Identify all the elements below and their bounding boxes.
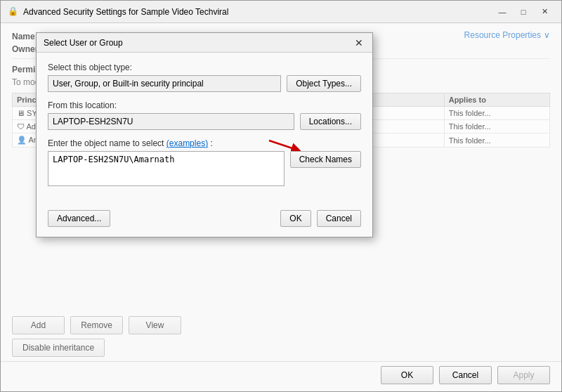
remove-button[interactable]: Remove — [70, 316, 123, 334]
check-names-button[interactable]: Check Names — [290, 151, 361, 168]
object-types-button[interactable]: Object Types... — [287, 75, 361, 92]
dialog-ok-button[interactable]: OK — [280, 210, 311, 227]
ok-button[interactable]: OK — [381, 366, 433, 384]
check-names-col: Check Names — [290, 151, 361, 168]
minimize-button[interactable]: — — [492, 5, 512, 19]
dialog-body: Select this object type: Object Types...… — [37, 53, 372, 204]
maximize-button[interactable]: □ — [514, 5, 533, 19]
col-applies: Applies to — [444, 93, 549, 107]
object-type-input — [48, 75, 281, 92]
object-name-input[interactable]: LAPTOP-ESH2SN7U\Amarnath — [48, 151, 285, 186]
check-names-row: LAPTOP-ESH2SN7U\Amarnath — [48, 151, 361, 186]
advanced-button[interactable]: Advanced... — [48, 210, 110, 227]
resource-properties-chevron: ∨ — [544, 30, 550, 40]
window-title: Advanced Security Settings for Sample Vi… — [23, 7, 228, 17]
dialog-cancel-button[interactable]: Cancel — [317, 210, 361, 227]
examples-link[interactable]: (examples) — [166, 138, 208, 148]
dialog-close-button[interactable]: ✕ — [353, 37, 365, 49]
location-input — [48, 113, 294, 130]
location-section: From this location: Locations... — [48, 100, 361, 130]
cell-applies: This folder... — [444, 133, 549, 148]
location-row: Locations... — [48, 113, 361, 130]
select-user-dialog: Select User or Group ✕ Select this objec… — [36, 32, 373, 237]
dialog-footer-right: OK Cancel — [280, 210, 361, 227]
dialog-title-bar: Select User or Group ✕ — [37, 33, 372, 53]
cell-applies: This folder... — [444, 107, 549, 120]
action-buttons-row: Add Remove View — [1, 312, 561, 339]
window-icon: 🔒 — [8, 6, 19, 18]
title-bar: 🔒 Advanced Security Settings for Sample … — [1, 1, 561, 23]
title-controls: — □ ✕ — [492, 5, 554, 19]
dialog-title: Select User or Group — [44, 38, 123, 48]
object-type-label: Select this object type: — [48, 63, 361, 72]
dialog-footer: Advanced... OK Cancel — [37, 204, 372, 237]
object-name-label: Enter the object name to select (example… — [48, 138, 361, 148]
disable-inheritance-button[interactable]: Disable inheritance — [12, 339, 105, 357]
disable-inheritance-row: Disable inheritance — [1, 339, 561, 361]
cancel-button[interactable]: Cancel — [439, 366, 492, 384]
object-name-section: Enter the object name to select (example… — [48, 138, 361, 186]
add-button[interactable]: Add — [12, 316, 65, 334]
object-type-row: Object Types... — [48, 75, 361, 92]
view-button[interactable]: View — [129, 316, 181, 334]
close-button[interactable]: ✕ — [535, 5, 554, 19]
resource-properties-button[interactable]: Resource Properties ∨ — [464, 30, 550, 40]
object-type-section: Select this object type: Object Types... — [48, 63, 361, 92]
title-bar-left: 🔒 Advanced Security Settings for Sample … — [8, 6, 228, 18]
location-label: From this location: — [48, 100, 361, 110]
footer-buttons: OK Cancel Apply — [1, 361, 561, 391]
cell-applies: This folder... — [444, 120, 549, 133]
main-window: 🔒 Advanced Security Settings for Sample … — [0, 0, 562, 392]
apply-button[interactable]: Apply — [497, 366, 550, 384]
locations-button[interactable]: Locations... — [300, 113, 361, 130]
resource-properties-label: Resource Properties — [464, 30, 541, 40]
